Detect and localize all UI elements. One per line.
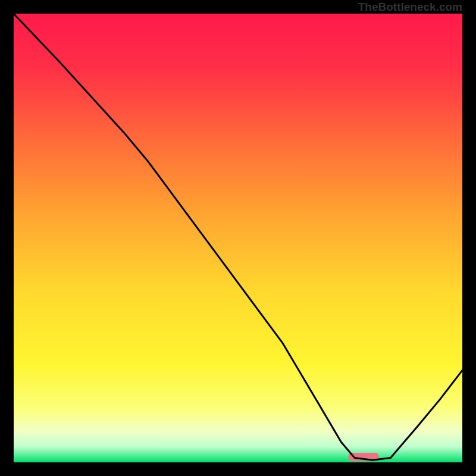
- chart-frame: TheBottleneck.com: [0, 0, 476, 476]
- plot-area: [14, 14, 462, 462]
- plot-svg: [14, 14, 462, 462]
- heatmap-background: [14, 14, 462, 462]
- watermark-text: TheBottleneck.com: [358, 0, 462, 14]
